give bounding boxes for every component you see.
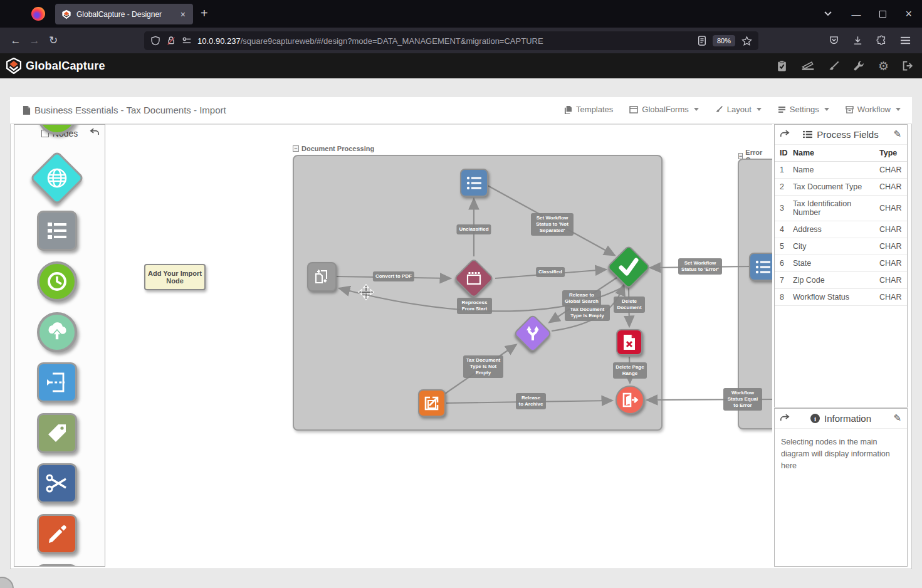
list-icon bbox=[755, 260, 772, 275]
edit-pencil-icon[interactable]: ✎ bbox=[893, 129, 901, 140]
import-placeholder-note[interactable]: Add Your Import Node bbox=[144, 264, 206, 290]
brand: GlobalCapture bbox=[6, 58, 105, 74]
url-host: 10.0.90.237 bbox=[197, 36, 241, 46]
chevron-down-icon bbox=[896, 108, 901, 111]
edge-label: Unclassified bbox=[456, 224, 491, 234]
table-row[interactable]: 1NameCHAR bbox=[775, 162, 907, 179]
delete-document-node[interactable] bbox=[616, 329, 642, 355]
menu-label: Layout bbox=[727, 105, 752, 114]
reload-button[interactable]: ↻ bbox=[44, 34, 63, 47]
gear-icon[interactable]: ⚙ bbox=[878, 59, 889, 73]
corner-bubble bbox=[0, 577, 14, 588]
convert-node[interactable] bbox=[307, 262, 337, 291]
table-row[interactable]: 7Zip CodeCHAR bbox=[775, 272, 907, 289]
menu-label: Workflow bbox=[857, 105, 891, 114]
palette-node-tag[interactable] bbox=[37, 413, 77, 453]
column-header-type: Type bbox=[877, 145, 907, 162]
extensions-icon[interactable] bbox=[876, 35, 887, 46]
workflow-box-icon bbox=[846, 106, 854, 113]
pencil-icon bbox=[45, 522, 69, 546]
move-cursor-icon bbox=[358, 284, 374, 300]
process-fields-table: ID Name Type 1NameCHAR 2Tax Document Typ… bbox=[775, 145, 907, 306]
edge-label: Delete Document bbox=[614, 297, 645, 313]
edge-label: Convert to PDF bbox=[373, 271, 414, 281]
url-bar[interactable]: 10.0.90.237/square9captureweb/#/design?m… bbox=[144, 31, 758, 50]
info-icon: i bbox=[810, 414, 820, 423]
reader-view-icon[interactable] bbox=[698, 36, 706, 46]
lock-disabled-icon[interactable] bbox=[166, 36, 176, 46]
table-row[interactable]: 3Tax Identification NumberCHAR bbox=[775, 196, 907, 221]
settings-menu[interactable]: Settings bbox=[778, 105, 829, 114]
browser-tab[interactable]: GlobalCapture - Designer × bbox=[55, 4, 193, 24]
workflow-menu[interactable]: Workflow bbox=[846, 105, 901, 114]
edge-label: Set Workflow Status to 'Error' bbox=[678, 258, 722, 275]
settings-lines-icon bbox=[778, 106, 786, 113]
window-minimize-button[interactable]: — bbox=[851, 9, 861, 19]
wrench-icon[interactable] bbox=[853, 60, 865, 72]
templates-menu[interactable]: Templates bbox=[564, 105, 613, 114]
globalforms-menu[interactable]: GlobalForms bbox=[629, 105, 698, 114]
edge-label: Release to Archive bbox=[516, 393, 546, 409]
archive-node[interactable] bbox=[418, 389, 446, 417]
validate-clipboard-icon[interactable] bbox=[776, 60, 788, 72]
scanner-icon[interactable] bbox=[801, 60, 815, 71]
file-x-icon bbox=[622, 333, 637, 351]
undo-arrow-icon[interactable] bbox=[90, 127, 100, 136]
downloads-icon[interactable] bbox=[852, 35, 863, 46]
queue-node[interactable] bbox=[460, 169, 488, 197]
palette-node-edit[interactable] bbox=[37, 514, 77, 554]
palette-node-list[interactable] bbox=[37, 211, 77, 251]
menu-hamburger-icon[interactable] bbox=[900, 36, 911, 45]
new-tab-button[interactable]: + bbox=[201, 6, 208, 20]
pocket-save-icon[interactable] bbox=[829, 35, 839, 46]
palette-node-separate[interactable] bbox=[37, 362, 77, 402]
breadcrumb-text: Business Essentials - Tax Documents - Im… bbox=[34, 105, 226, 115]
globalcapture-logo-icon bbox=[6, 58, 21, 74]
zoom-level-badge[interactable]: 80% bbox=[713, 35, 735, 46]
palette-node-schedule[interactable] bbox=[37, 261, 77, 302]
edit-pencil-icon[interactable]: ✎ bbox=[893, 412, 901, 424]
edge-label: Workflow Status Equal to Error bbox=[723, 388, 762, 411]
table-row[interactable]: 2Tax Document TypeCHAR bbox=[775, 179, 907, 196]
export-icon bbox=[423, 394, 441, 412]
sign-out-icon[interactable] bbox=[902, 60, 914, 71]
palette-node-web[interactable] bbox=[29, 150, 85, 206]
workflow-canvas[interactable]: − Document Processing − Error Queue bbox=[105, 124, 772, 568]
edge-label: Delete Page Range bbox=[613, 362, 647, 379]
shield-icon[interactable] bbox=[150, 36, 160, 46]
globe-icon bbox=[45, 165, 70, 191]
globalforms-icon bbox=[629, 106, 638, 113]
edge-label: Reprocess From Start bbox=[457, 298, 492, 314]
end-node[interactable] bbox=[616, 386, 644, 414]
permissions-icon[interactable] bbox=[182, 36, 192, 45]
bookmark-star-icon[interactable] bbox=[741, 36, 752, 46]
brush-icon[interactable] bbox=[828, 60, 840, 72]
window-maximize-button[interactable] bbox=[879, 11, 886, 18]
table-row[interactable]: 8Workflow StatusCHAR bbox=[775, 289, 907, 306]
forward-button[interactable]: → bbox=[25, 34, 44, 47]
redo-arrow-icon[interactable] bbox=[780, 129, 790, 138]
palette-node-upload[interactable] bbox=[37, 312, 77, 352]
column-header-name: Name bbox=[790, 145, 877, 162]
palette-node-cut[interactable] bbox=[37, 463, 77, 503]
convert-document-icon bbox=[313, 268, 332, 286]
window-close-button[interactable]: × bbox=[905, 8, 912, 21]
redo-arrow-icon[interactable] bbox=[780, 413, 790, 422]
table-row[interactable]: 5CityCHAR bbox=[775, 238, 907, 255]
process-fields-title: Process Fields bbox=[817, 129, 878, 140]
list-tabs-chevron-icon[interactable] bbox=[824, 9, 832, 18]
scissors-icon bbox=[45, 472, 70, 495]
table-row[interactable]: 6StateCHAR bbox=[775, 255, 907, 272]
palette-node-partial-bottom[interactable] bbox=[37, 564, 77, 567]
layout-menu[interactable]: Layout bbox=[715, 105, 762, 114]
firefox-logo-icon[interactable] bbox=[31, 7, 45, 21]
chevron-down-icon bbox=[824, 108, 829, 111]
table-row[interactable]: 4AddressCHAR bbox=[775, 221, 907, 238]
tab-close-icon[interactable]: × bbox=[179, 9, 187, 19]
back-button[interactable]: ← bbox=[6, 34, 25, 47]
process-fields-panel: Process Fields ✎ ID Name Type 1NameCHAR … bbox=[774, 124, 908, 407]
information-panel: i Information ✎ Selecting nodes in the m… bbox=[774, 408, 908, 567]
url-text[interactable]: 10.0.90.237/square9captureweb/#/design?m… bbox=[197, 36, 698, 46]
error-queue-node[interactable] bbox=[749, 253, 772, 281]
cloud-upload-icon bbox=[45, 321, 70, 344]
